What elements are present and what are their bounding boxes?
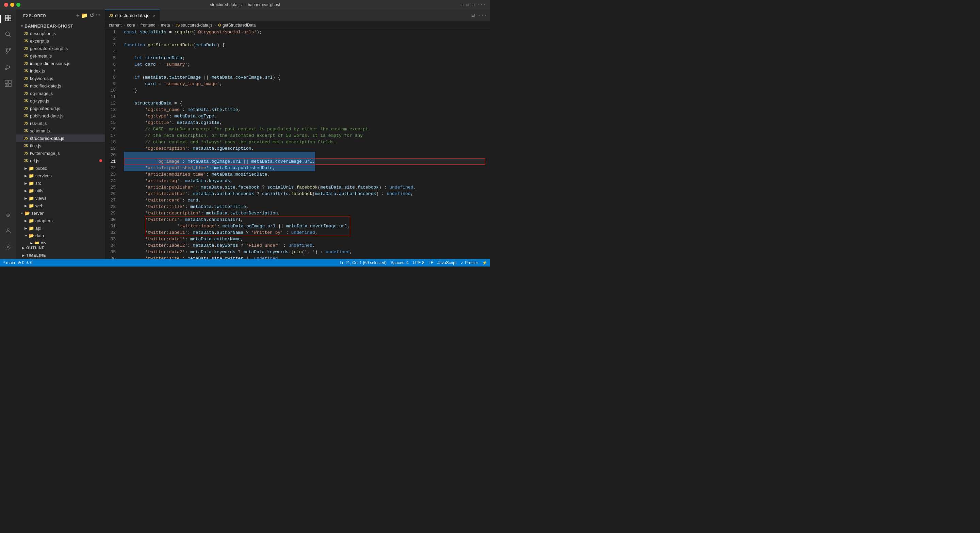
folder-arrow: ▾ xyxy=(19,23,24,29)
activity-settings[interactable] xyxy=(0,240,16,256)
root-folder-item[interactable]: ▾ BANNERBEAR-GHOST xyxy=(16,22,105,30)
language-item[interactable]: JavaScript xyxy=(437,260,456,265)
timeline-arrow: ▶ xyxy=(22,254,25,257)
code-line-34: 'twitter:label2': metaData.keywords ? 'F… xyxy=(124,242,485,249)
code-editor: 1 2 3 4 5 6 7 8 9 10 11 12 13 14 15 16 1… xyxy=(105,29,490,259)
collapse-all-icon[interactable]: ⋯ xyxy=(95,12,101,19)
folder-item-utils[interactable]: ▶ 📁 utils xyxy=(16,187,105,194)
file-item-keywords[interactable]: JS keywords.js xyxy=(16,75,105,82)
folder-icon: 📁 xyxy=(29,196,34,201)
git-branch-item[interactable]: ⑂ main xyxy=(3,260,15,265)
eol-item[interactable]: LF xyxy=(428,260,433,265)
feedback-item[interactable]: ⚡ xyxy=(482,260,487,265)
file-item-description[interactable]: JS description.js xyxy=(16,30,105,37)
close-button[interactable] xyxy=(4,3,8,7)
editor-scrollbar[interactable] xyxy=(485,29,490,259)
new-folder-icon[interactable]: 📁 xyxy=(81,12,88,19)
activity-source-control[interactable] xyxy=(0,44,16,60)
js-file-icon: JS xyxy=(23,151,29,155)
modified-badge xyxy=(99,159,102,162)
folder-item-services[interactable]: ▶ 📁 services xyxy=(16,172,105,179)
folder-item-src[interactable]: ▶ 📁 src xyxy=(16,179,105,187)
svg-rect-3 xyxy=(8,18,11,21)
activity-search[interactable] xyxy=(0,27,16,44)
activity-explorer[interactable] xyxy=(0,11,16,27)
svg-point-7 xyxy=(9,48,11,50)
code-line-16: // CASE: metaData.excerpt for post conte… xyxy=(124,126,485,132)
file-item-modified-date[interactable]: JS modified-date.js xyxy=(16,82,105,89)
folder-item-data[interactable]: ▾ 📂 data xyxy=(16,232,105,239)
file-item-index[interactable]: JS index.js xyxy=(16,67,105,75)
minimize-button[interactable] xyxy=(10,3,14,7)
breadcrumb-current[interactable]: current xyxy=(109,23,121,27)
code-line-6: let card = 'summary'; xyxy=(124,61,485,68)
breadcrumb-funcname[interactable]: getStructuredData xyxy=(223,23,256,27)
folder-icon: 📂 xyxy=(29,233,34,238)
file-item-og-type[interactable]: JS og-type.js xyxy=(16,97,105,105)
file-item-schema[interactable]: JS schema.js xyxy=(16,127,105,134)
file-item-image-dimensions[interactable]: JS image-dimensions.js xyxy=(16,60,105,67)
source-control-icon xyxy=(5,47,12,57)
tab-close-icon[interactable]: × xyxy=(153,13,156,18)
new-file-icon[interactable]: + xyxy=(76,12,80,19)
code-line-18: // other context and *always* uses the p… xyxy=(124,139,485,145)
breadcrumb-function: ⚙ getStructuredData xyxy=(218,23,256,27)
folder-item-api[interactable]: ▶ 📁 api xyxy=(16,224,105,232)
breadcrumb-filename[interactable]: structured-data.js xyxy=(181,23,212,27)
folder-item-db[interactable]: ▶ 📁 db xyxy=(16,239,105,244)
folder-item-public[interactable]: ▶ 📁 public xyxy=(16,164,105,172)
file-item-excerpt[interactable]: JS excerpt.js xyxy=(16,37,105,45)
refresh-icon[interactable]: ↺ xyxy=(89,12,94,19)
folder-arrow: ▶ xyxy=(29,240,34,244)
activity-bar: ⊕ xyxy=(0,10,16,259)
breadcrumb-meta[interactable]: meta xyxy=(161,23,170,27)
cursor-position-item[interactable]: Ln 21, Col 1 (69 selected) xyxy=(340,260,386,265)
activity-remote[interactable]: ⊕ xyxy=(0,207,16,224)
encoding-item[interactable]: UTF-8 xyxy=(413,260,424,265)
layout-toggle-icon[interactable]: ⊟ xyxy=(472,2,474,8)
file-item-title[interactable]: JS title.js xyxy=(16,142,105,150)
folder-item-web[interactable]: ▶ 📁 web xyxy=(16,202,105,209)
timeline-section-header[interactable]: ▶ TIMELINE xyxy=(16,251,105,259)
window-controls[interactable] xyxy=(4,3,21,7)
spaces-item[interactable]: Spaces: 4 xyxy=(391,260,409,265)
outline-section-header[interactable]: ▶ OUTLINE xyxy=(16,244,105,251)
breadcrumb-core[interactable]: core xyxy=(127,23,135,27)
file-item-rss-url[interactable]: JS rss-url.js xyxy=(16,119,105,127)
code-line-10: } xyxy=(124,87,485,94)
code-line-12: structuredData = { xyxy=(124,100,485,107)
file-item-get-meta[interactable]: JS get-meta.js xyxy=(16,52,105,60)
folder-item-server[interactable]: ▾ 📂 server xyxy=(16,209,105,217)
file-item-generate-excerpt[interactable]: JS generate-excerpt.js xyxy=(16,45,105,52)
active-tab[interactable]: JS structured-data.js × xyxy=(105,10,160,21)
file-item-structured-data[interactable]: JS structured-data.js xyxy=(16,134,105,142)
error-count-item[interactable]: ⊗ 0 ⚠ 0 xyxy=(18,260,32,265)
formatter-item[interactable]: ✓ Prettier xyxy=(460,260,478,265)
code-content[interactable]: const socialUrls = require('@tryghost/so… xyxy=(123,29,485,259)
file-item-twitter-image[interactable]: JS twitter-image.js xyxy=(16,150,105,157)
more-actions-icon[interactable]: ··· xyxy=(477,2,486,8)
split-editor-icon[interactable]: ⊞ xyxy=(466,2,469,8)
more-actions-tab-icon[interactable]: ··· xyxy=(477,12,487,18)
file-item-paginated-url[interactable]: JS paginated-url.js xyxy=(16,105,105,112)
split-editor-right-icon[interactable]: ⊟ xyxy=(472,12,475,19)
activity-run[interactable] xyxy=(0,60,16,76)
maximize-button[interactable] xyxy=(16,3,21,7)
folder-arrow: ▶ xyxy=(23,165,29,171)
svg-rect-10 xyxy=(8,80,11,83)
file-item-og-image[interactable]: JS og-image.js xyxy=(16,89,105,97)
code-line-26: 'article:author': metaData.authorFaceboo… xyxy=(124,191,485,197)
file-item-published-date[interactable]: JS published-date.js xyxy=(16,112,105,119)
code-line-5: let structuredData; xyxy=(124,55,485,61)
code-line-32: 'twitter:label1': metaData.authorName ? … xyxy=(124,229,485,236)
sidebar-content: ▾ BANNERBEAR-GHOST JS description.js JS … xyxy=(16,21,105,244)
folder-arrow: ▶ xyxy=(23,218,29,223)
file-item-url[interactable]: JS url.js xyxy=(16,157,105,164)
folder-item-views[interactable]: ▶ 📁 views xyxy=(16,194,105,202)
layout-icon[interactable]: ⊟ xyxy=(460,2,463,8)
breadcrumb-frontend[interactable]: frontend xyxy=(140,23,156,27)
js-file-icon: JS xyxy=(23,76,29,80)
activity-account[interactable] xyxy=(0,224,16,240)
folder-item-adapters[interactable]: ▶ 📁 adapters xyxy=(16,217,105,224)
activity-extensions[interactable] xyxy=(0,76,16,92)
